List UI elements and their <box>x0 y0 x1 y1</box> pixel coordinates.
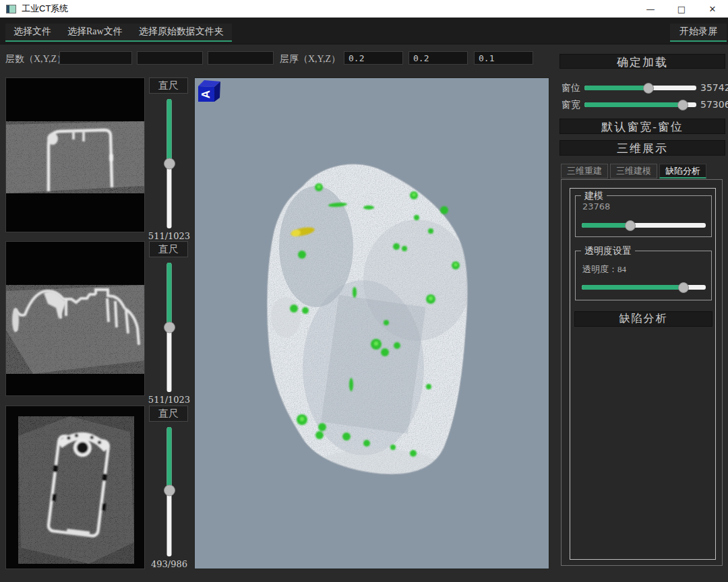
slice-y-position: 511/1023 <box>147 395 191 405</box>
slice-x-position: 511/1023 <box>147 231 191 241</box>
window-title: 工业CT系统 <box>22 3 68 15</box>
minimize-button[interactable]: — <box>635 0 666 18</box>
start-recording-button[interactable]: 开始录屏 <box>670 24 727 42</box>
thickness-x-input[interactable] <box>344 51 403 65</box>
opacity-value-label: 透明度：84 <box>582 263 626 276</box>
opacity-group-title: 透明度设置 <box>581 245 635 257</box>
layers-z-input[interactable] <box>208 51 274 65</box>
toolbar: 选择文件 选择Raw文件 选择原始数据文件夹 开始录屏 <box>0 18 728 44</box>
ct-slice-image-y <box>6 242 145 396</box>
slice-z-slider-handle[interactable] <box>164 485 175 496</box>
ct-slice-view-z[interactable] <box>5 406 145 569</box>
app-icon <box>6 5 16 13</box>
slice-x-slider-handle[interactable] <box>164 158 175 170</box>
window-level-slider[interactable] <box>584 86 696 90</box>
slice-y-slider-handle[interactable] <box>164 322 175 333</box>
ruler-button-x[interactable]: 直尺 <box>149 77 188 94</box>
layers-label: 层数（X,Y,Z） <box>5 53 66 65</box>
opacity-groupbox: 透明度设置 透明度：84 <box>575 251 712 300</box>
slice-x-slider-group: 直尺 511/1023 <box>147 77 191 243</box>
slice-y-slider[interactable] <box>167 263 172 392</box>
slice-y-slider-group: 直尺 511/1023 <box>147 241 191 406</box>
ruler-button-y[interactable]: 直尺 <box>149 241 188 257</box>
orientation-cube[interactable]: A <box>195 78 223 105</box>
select-file-button[interactable]: 选择文件 <box>5 24 59 40</box>
defect-analysis-button[interactable]: 缺陷分析 <box>574 311 712 327</box>
defect-analysis-frame: 建模 23768 透明度设置 透明度：84 缺陷分析 <box>570 188 716 560</box>
ct-slice-image-x <box>6 78 145 232</box>
slice-z-slider-group: 直尺 493/986 <box>147 406 191 571</box>
ct-slice-view-y[interactable] <box>5 241 145 396</box>
slice-z-slider[interactable] <box>167 427 172 556</box>
tab-3d-modeling[interactable]: 三维建模 <box>610 164 657 179</box>
app-window: 工业CT系统 — □ ✕ 选择文件 选择Raw文件 选择原始数据文件夹 开始录屏… <box>0 0 728 582</box>
tab-3d-reconstruction[interactable]: 三维重建 <box>561 164 608 179</box>
tab-defect-analysis[interactable]: 缺陷分析 <box>659 164 706 179</box>
window-level-label: 窗位 <box>562 82 580 94</box>
window-width-value: 57306 <box>700 99 728 110</box>
select-raw-data-folder-button[interactable]: 选择原始数据文件夹 <box>131 24 232 40</box>
modeling-value: 23768 <box>582 201 610 212</box>
titlebar: 工业CT系统 — □ ✕ <box>0 0 728 18</box>
window-level-slider-handle[interactable] <box>643 83 654 94</box>
display-3d-button[interactable]: 三维展示 <box>559 140 725 156</box>
close-button[interactable]: ✕ <box>697 0 728 18</box>
ct-slice-view-x[interactable] <box>5 77 145 232</box>
layers-y-input[interactable] <box>137 51 203 65</box>
render-viewport-3d[interactable]: A <box>194 77 549 569</box>
opacity-slider[interactable] <box>582 285 706 290</box>
window-level-value: 35742 <box>700 82 728 93</box>
slice-z-position: 493/986 <box>147 559 191 569</box>
thickness-y-input[interactable] <box>408 51 468 65</box>
slice-x-slider[interactable] <box>167 99 172 228</box>
modeling-group-title: 建模 <box>581 190 607 202</box>
thickness-z-input[interactable] <box>474 51 533 65</box>
ruler-button-z[interactable]: 直尺 <box>149 406 188 422</box>
modeling-groupbox: 建模 23768 <box>575 195 712 237</box>
svg-text:A: A <box>200 90 212 98</box>
volume-render <box>195 78 550 570</box>
window-width-slider[interactable] <box>584 102 696 107</box>
maximize-button[interactable]: □ <box>666 0 697 18</box>
thickness-label: 层厚（X,Y,Z） <box>280 53 340 65</box>
opacity-slider-handle[interactable] <box>678 282 689 293</box>
window-width-label: 窗宽 <box>562 99 580 111</box>
modeling-slider[interactable] <box>582 223 706 228</box>
file-button-group: 选择文件 选择Raw文件 选择原始数据文件夹 <box>5 24 232 42</box>
layers-x-input[interactable] <box>59 51 132 65</box>
confirm-load-button[interactable]: 确定加载 <box>559 54 725 69</box>
window-width-slider-handle[interactable] <box>677 100 688 110</box>
defect-analysis-panel: 建模 23768 透明度设置 透明度：84 缺陷分析 <box>561 179 723 566</box>
ct-slice-image-z <box>6 406 145 569</box>
analysis-tabs: 三维重建 三维建模 缺陷分析 <box>561 164 706 179</box>
window-controls: — □ ✕ <box>635 0 728 18</box>
modeling-slider-handle[interactable] <box>625 220 636 231</box>
default-window-button[interactable]: 默认窗宽-窗位 <box>559 119 725 134</box>
select-raw-file-button[interactable]: 选择Raw文件 <box>59 24 131 40</box>
